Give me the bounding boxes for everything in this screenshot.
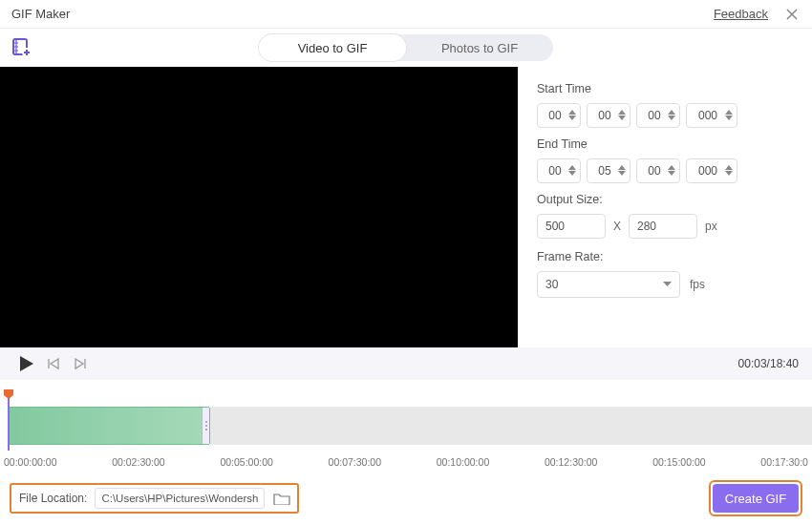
- video-preview: [0, 67, 518, 347]
- start-hours[interactable]: [537, 103, 581, 128]
- window-header: GIF Maker Feedback: [0, 0, 812, 29]
- file-location-select[interactable]: C:\Users\HP\Pictures\Wondersh: [95, 488, 265, 509]
- chevron-down-icon[interactable]: [668, 171, 675, 177]
- tick-label: 00:17:30:0: [760, 456, 808, 468]
- start-ms[interactable]: [686, 103, 737, 128]
- next-frame-button[interactable]: [67, 357, 94, 370]
- start-seconds[interactable]: [636, 103, 680, 128]
- tick-label: 00:10:00:00: [437, 456, 489, 468]
- tick-label: 00:00:00:00: [4, 456, 56, 468]
- output-width[interactable]: [537, 214, 606, 239]
- mode-tabs: Video to GIF Photos to GIF: [259, 34, 553, 61]
- tick-label: 00:12:30:00: [545, 456, 597, 468]
- playback-time: 00:03/18:40: [738, 357, 799, 370]
- end-hours[interactable]: [537, 158, 581, 183]
- window-title: GIF Maker: [11, 7, 714, 21]
- prev-frame-button[interactable]: [40, 357, 67, 370]
- bottom-bar: File Location: C:\Users\HP\Pictures\Wond…: [10, 481, 802, 515]
- close-icon[interactable]: [783, 6, 801, 23]
- file-location-path: C:\Users\HP\Pictures\Wondersh: [101, 493, 258, 504]
- tick-label: 00:15:00:00: [652, 456, 705, 468]
- tab-photos-to-gif[interactable]: Photos to GIF: [406, 34, 553, 61]
- chevron-down-icon[interactable]: [618, 116, 626, 121]
- chevron-down-icon[interactable]: [668, 116, 675, 121]
- add-media-icon[interactable]: [11, 37, 32, 58]
- playback-bar: 00:03/18:40: [0, 347, 812, 380]
- end-time-label: End Time: [537, 137, 793, 151]
- timeline-ticks: 00:00:00:00 00:02:30:00 00:05:00:00 00:0…: [0, 456, 812, 468]
- clip-handle[interactable]: [202, 408, 209, 444]
- end-seconds[interactable]: [636, 158, 680, 183]
- frame-rate-label: Frame Rate:: [537, 250, 793, 263]
- chevron-down-icon[interactable]: [725, 116, 733, 121]
- chevron-down-icon[interactable]: [725, 171, 733, 177]
- x-separator: X: [613, 220, 621, 233]
- output-size-label: Output Size:: [537, 193, 793, 206]
- timeline[interactable]: 00:00:00:00 00:02:30:00 00:05:00:00 00:0…: [0, 380, 812, 479]
- frame-rate-value: 30: [545, 278, 558, 291]
- settings-panel: Start Time End Time Output Size: X px Fr…: [518, 67, 812, 347]
- timeline-track-empty: [210, 407, 812, 445]
- file-location-box: File Location: C:\Users\HP\Pictures\Wond…: [10, 483, 299, 514]
- start-minutes[interactable]: [587, 103, 630, 128]
- tick-label: 00:07:30:00: [329, 456, 381, 468]
- chevron-down-icon[interactable]: [568, 171, 576, 177]
- create-gif-highlight: Create GIF: [709, 480, 802, 516]
- create-gif-button[interactable]: Create GIF: [713, 484, 799, 513]
- timeline-clip[interactable]: [8, 407, 210, 445]
- tab-bar: Video to GIF Photos to GIF: [0, 29, 812, 67]
- fps-unit: fps: [690, 278, 705, 291]
- chevron-down-icon: [663, 282, 672, 287]
- frame-rate-select[interactable]: 30: [537, 271, 680, 298]
- end-ms[interactable]: [686, 158, 737, 183]
- play-button[interactable]: [13, 356, 40, 371]
- feedback-link[interactable]: Feedback: [714, 7, 768, 21]
- tick-label: 00:02:30:00: [112, 456, 164, 468]
- chevron-down-icon[interactable]: [618, 171, 626, 177]
- end-minutes[interactable]: [587, 158, 630, 183]
- start-time-label: Start Time: [537, 82, 793, 95]
- px-unit: px: [705, 220, 717, 233]
- tab-video-to-gif[interactable]: Video to GIF: [259, 34, 406, 61]
- tick-label: 00:05:00:00: [220, 456, 272, 468]
- chevron-down-icon[interactable]: [568, 116, 576, 121]
- file-location-label: File Location:: [19, 492, 87, 505]
- output-height[interactable]: [629, 214, 697, 239]
- playhead[interactable]: [8, 395, 10, 451]
- folder-icon[interactable]: [272, 490, 291, 507]
